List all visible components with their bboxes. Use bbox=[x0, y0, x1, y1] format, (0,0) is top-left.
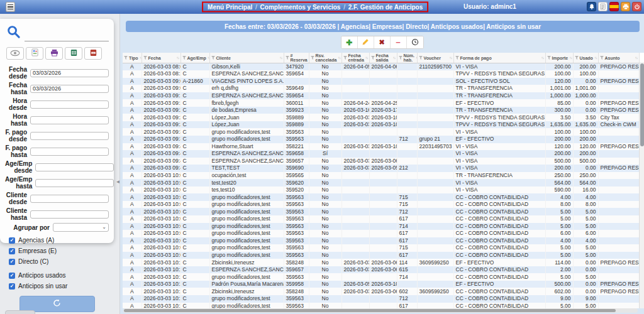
filter-funnel-icon[interactable] bbox=[124, 56, 128, 60]
table-row[interactable]: A2026-03-03 09:34Cgrupo modificadores,te… bbox=[123, 128, 639, 136]
filter-funnel-icon[interactable] bbox=[399, 56, 402, 60]
filter-funnel-icon[interactable] bbox=[343, 56, 347, 60]
table-row[interactable]: A2026-03-03 10:11CESPERNZA SANCHEZ,SANCH… bbox=[123, 266, 639, 274]
table-row[interactable]: A2026-03-03 10:07Cgrupo modificadores,te… bbox=[123, 244, 639, 252]
breadcrumb-item[interactable]: 2.F. Gestión de Anticipos bbox=[348, 4, 423, 11]
filter-input-ageemp-desde[interactable] bbox=[35, 163, 114, 171]
sort-arrows-icon[interactable]: ↑↓ bbox=[140, 56, 142, 60]
filter-funnel-icon[interactable] bbox=[182, 56, 186, 60]
filter-funnel-icon[interactable] bbox=[600, 56, 604, 60]
column-header-fecha-salida[interactable]: Fecha salida↑↓ bbox=[369, 53, 397, 63]
filter-input-fecha-desde[interactable] bbox=[30, 69, 109, 77]
filter-funnel-icon[interactable] bbox=[547, 56, 551, 60]
language-spain-flag-icon[interactable] bbox=[609, 2, 619, 11]
column-header-voucher[interactable]: Voucher↑↓ bbox=[417, 53, 453, 63]
logout-power-icon[interactable] bbox=[632, 2, 641, 11]
add-button[interactable]: ✚ bbox=[341, 36, 358, 48]
column-header-age-emp[interactable]: Age/Emp↑↓ bbox=[180, 53, 209, 63]
sort-arrows-icon[interactable]: ↑↓ bbox=[541, 56, 544, 60]
checkbox-directo[interactable]: ✓Directo (C) bbox=[9, 258, 109, 265]
table-row[interactable]: A2026-03-03 09:49CTEST,TEST359690No2026-… bbox=[123, 165, 639, 172]
table-row[interactable]: A2026-03-03 10:11CZbicinski,Ireneusz3582… bbox=[123, 259, 639, 266]
table-row[interactable]: A2026-03-03 09:06A-21860VIAGENS PINTO LO… bbox=[123, 78, 639, 85]
remove-button[interactable]: − bbox=[391, 36, 407, 48]
sort-arrows-icon[interactable]: ↑↓ bbox=[338, 56, 340, 60]
sort-arrows-icon[interactable]: ↑↓ bbox=[280, 56, 282, 60]
checkbox-anticipos-sin-usar[interactable]: ✓Anticipos sin usar bbox=[9, 283, 109, 290]
log-list-icon[interactable] bbox=[598, 2, 608, 11]
export-page-button[interactable] bbox=[26, 47, 43, 60]
filter-input-fpago-hasta[interactable] bbox=[30, 148, 109, 156]
checkbox-anticipos-usados[interactable]: ✓Anticipos usados bbox=[9, 272, 109, 279]
table-row[interactable]: A2026-03-03 10:06Cgrupo modificadores,te… bbox=[123, 208, 639, 215]
table-row[interactable]: A2026-03-03 09:08Cerh q,dsfhg359649NoTR … bbox=[123, 85, 639, 92]
column-header-fecha[interactable]: Fecha↑↓ bbox=[142, 53, 180, 63]
filter-funnel-icon[interactable] bbox=[143, 56, 147, 60]
column-header-fecha-entrada[interactable]: Fecha entrada↑↓ bbox=[341, 53, 369, 63]
table-row[interactable]: A2026-03-03 08:05CGibson,Kelli347920No20… bbox=[123, 63, 639, 71]
breadcrumb-item[interactable]: Menú Principal bbox=[208, 4, 252, 11]
column-header-rsv-cancelada[interactable]: Rsv. cancelada↑↓ bbox=[309, 53, 341, 63]
notifications-bell-icon[interactable] bbox=[587, 2, 596, 11]
table-row[interactable]: A2026-03-03 10:06Cgrupo modificadores,te… bbox=[123, 215, 639, 223]
table-row[interactable]: A2026-03-03 09:42CESPERNZA SANCHEZ,SANCH… bbox=[123, 158, 639, 165]
filter-input-cliente-desde[interactable] bbox=[30, 195, 109, 203]
sort-arrows-icon[interactable]: ↑↓ bbox=[177, 56, 179, 60]
filter-input-fecha-hasta[interactable] bbox=[30, 85, 109, 93]
column-header-cliente[interactable]: Cliente↑↓ bbox=[209, 53, 284, 63]
column-header-asunto[interactable]: Asunto↑↓ bbox=[598, 53, 639, 63]
table-row[interactable]: A2026-03-03 10:11CPadrón Pousa,María Mac… bbox=[123, 281, 639, 288]
table-row[interactable]: A2026-03-03 10:07Cgrupo modificadores,te… bbox=[123, 223, 639, 230]
table-row[interactable]: A2026-03-03 10:04Ctes,test10359520NoVI -… bbox=[123, 187, 639, 194]
table-row[interactable]: A2026-03-03 10:12Cgrupo modificadores,te… bbox=[123, 303, 639, 308]
filter-funnel-icon[interactable] bbox=[371, 56, 375, 60]
table-row[interactable]: A2026-03-03 09:14CESPERNZA SANCHEZ,SANCH… bbox=[123, 92, 639, 100]
menu-button[interactable] bbox=[6, 2, 15, 12]
search-icon[interactable] bbox=[6, 24, 21, 41]
table-row[interactable]: A2026-03-03 10:11CZbicinski,Ireneusz3582… bbox=[123, 288, 639, 295]
filter-input-ageemp-hasta[interactable] bbox=[35, 179, 114, 187]
table-row[interactable]: A2026-03-03 09:21Cde bodas,Empresa359923… bbox=[123, 107, 639, 114]
filter-funnel-icon[interactable] bbox=[575, 56, 579, 60]
table-row[interactable]: A2026-03-03 09:29CLópez,Juan359889No2026… bbox=[123, 121, 639, 129]
table-row[interactable]: A2026-03-03 10:01Cocupación,test359565No… bbox=[123, 172, 639, 180]
print-button[interactable] bbox=[45, 47, 63, 60]
horizontal-scrollbar[interactable] bbox=[123, 308, 638, 313]
table-row[interactable]: A2026-03-03 10:03Ctest,test20359620NoVI … bbox=[123, 179, 639, 187]
sort-arrows-icon[interactable]: ↑↓ bbox=[393, 56, 396, 60]
table-row[interactable]: A2026-03-03 08:19CESPERNZA SANCHEZ,SANCH… bbox=[123, 70, 639, 78]
table-row[interactable]: A2026-03-03 09:29CLópez,Juan359889No2026… bbox=[123, 114, 639, 121]
sort-arrows-icon[interactable]: ↑↓ bbox=[365, 56, 368, 60]
table-row[interactable]: A2026-03-03 10:07Cgrupo modificadores,te… bbox=[123, 230, 639, 237]
column-header-usado[interactable]: Usado↑↓ bbox=[573, 53, 598, 63]
checkbox-empresas[interactable]: ✓Empresas (E) bbox=[9, 247, 109, 254]
table-row[interactable]: A2026-03-03 10:07Cgrupo modificadores,te… bbox=[123, 237, 639, 245]
sort-arrows-icon[interactable]: ↑↓ bbox=[569, 56, 572, 60]
view-button[interactable] bbox=[6, 47, 24, 60]
filter-input-hora-desde[interactable] bbox=[30, 100, 109, 109]
column-header-importe[interactable]: Importe↑↓ bbox=[545, 53, 573, 63]
filter-funnel-icon[interactable] bbox=[211, 56, 215, 60]
vertical-scrollbar-thumb[interactable] bbox=[640, 63, 644, 146]
filter-funnel-icon[interactable] bbox=[286, 56, 289, 60]
bottom-left-partial-button[interactable] bbox=[5, 310, 35, 314]
table-row[interactable]: A2026-03-03 10:11Cgrupo modificadores,te… bbox=[123, 295, 639, 303]
table-row[interactable]: A2026-03-03 10:08Cgrupo modificadores,te… bbox=[123, 252, 639, 259]
agrupar-por-select[interactable]: ⌄ bbox=[53, 223, 109, 232]
search-input[interactable] bbox=[25, 31, 109, 41]
column-header-#-reserva[interactable]: # Reserva↑↓ bbox=[284, 53, 309, 63]
table-row[interactable]: A2026-03-03 10:11Cgrupo modificadores,te… bbox=[123, 273, 639, 281]
checkbox-agencias[interactable]: ✓Agencias (A) bbox=[9, 237, 109, 244]
export-pdf-button[interactable]: PDF bbox=[84, 47, 102, 60]
history-button[interactable] bbox=[407, 36, 423, 48]
print-icon[interactable] bbox=[621, 2, 630, 11]
table-row[interactable]: A2026-03-03 10:06Cgrupo modificadores,te… bbox=[123, 193, 639, 201]
sort-arrows-icon[interactable]: ↑↓ bbox=[450, 56, 452, 60]
column-header-forma-de-pago[interactable]: Forma de pago↑↓ bbox=[453, 53, 545, 63]
horizontal-scrollbar-thumb[interactable] bbox=[124, 309, 616, 312]
delete-button[interactable]: ✖ bbox=[374, 36, 391, 48]
column-header-n-m-hab-[interactable]: Núm. hab.↑↓ bbox=[397, 53, 417, 63]
filter-funnel-icon[interactable] bbox=[455, 56, 459, 60]
table-row[interactable]: A2026-03-03 09:41CESPERNZA SANCHEZ,SANCH… bbox=[123, 150, 639, 158]
edit-button[interactable] bbox=[358, 36, 374, 48]
